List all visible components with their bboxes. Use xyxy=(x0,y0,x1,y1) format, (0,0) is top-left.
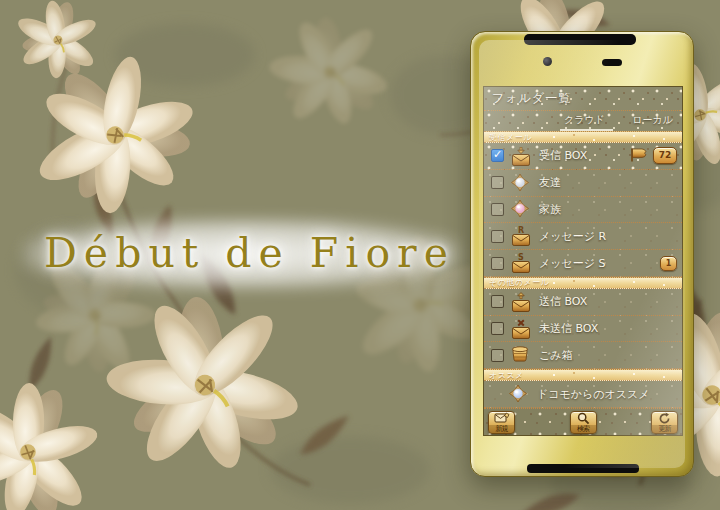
folder-label: ごみ箱 xyxy=(539,348,573,363)
folder-label: メッセージ R xyxy=(539,229,606,244)
trash-icon xyxy=(510,345,532,365)
section-label: その他のメール xyxy=(489,277,549,288)
section-label: オススメ xyxy=(489,370,524,381)
gem-blue-icon xyxy=(508,384,530,404)
folder-row-outbox[interactable]: 送信 BOX xyxy=(484,289,682,316)
svg-text:S: S xyxy=(518,253,524,262)
folder-label: メッセージ S xyxy=(539,256,606,271)
tab-row: クラウド ローカル xyxy=(484,111,682,131)
bottom-speaker-bar xyxy=(527,464,639,473)
search-icon xyxy=(577,412,590,425)
gem-white-icon xyxy=(510,173,532,193)
row-checkbox[interactable] xyxy=(491,257,504,270)
tab-local-label: ローカル xyxy=(632,114,673,125)
front-camera xyxy=(543,57,552,66)
envelope-s-icon: S xyxy=(510,253,532,273)
compose-label: 新規 xyxy=(489,425,514,433)
refresh-icon xyxy=(658,412,671,425)
folder-label: 家族 xyxy=(539,202,561,217)
folder-row-docomo-recommend[interactable]: ドコモからのオススメ xyxy=(484,381,682,408)
screen-title: フォルダ一覧 xyxy=(492,90,571,107)
row-checkbox[interactable] xyxy=(491,176,504,189)
folder-label: 未送信 BOX xyxy=(539,321,598,336)
folder-row-unsent[interactable]: 未送信 BOX xyxy=(484,316,682,343)
search-button[interactable]: 検索 xyxy=(570,411,597,434)
app-screen: フォルダ一覧 クラウド ローカル 受信メール xyxy=(483,86,683,436)
compose-icon xyxy=(494,412,510,425)
folder-label: 友達 xyxy=(539,175,561,190)
page-title: Début de Fiore xyxy=(44,229,455,277)
section-label: 受信メール xyxy=(489,132,532,143)
folder-row-friends[interactable]: 友達 xyxy=(484,170,682,197)
folder-label: 送信 BOX xyxy=(539,294,587,309)
unsent-envelope-icon xyxy=(510,319,532,339)
folder-row-trash[interactable]: ごみ箱 xyxy=(484,342,682,369)
row-checkbox[interactable] xyxy=(491,149,504,162)
envelope-r-icon: R xyxy=(510,226,532,246)
speaker-pill xyxy=(602,59,622,66)
tab-underline xyxy=(560,129,613,131)
section-received: 受信メール xyxy=(484,131,682,143)
row-checkbox[interactable] xyxy=(491,322,504,335)
section-other: その他のメール xyxy=(484,277,682,289)
screen-header: フォルダ一覧 xyxy=(484,87,682,111)
flag-icon xyxy=(629,146,648,166)
tab-cloud[interactable]: クラウド xyxy=(564,113,605,127)
phone-frame: フォルダ一覧 クラウド ローカル 受信メール xyxy=(470,31,694,477)
unread-badge: 72 xyxy=(653,147,677,164)
row-checkbox[interactable] xyxy=(491,295,504,308)
unread-badge: 1 xyxy=(660,256,677,271)
compose-button[interactable]: 新規 xyxy=(488,411,515,434)
svg-text:R: R xyxy=(518,226,524,235)
folder-label: 受信 BOX xyxy=(539,148,587,163)
row-checkbox[interactable] xyxy=(491,230,504,243)
folder-row-family[interactable]: 家族 xyxy=(484,197,682,224)
refresh-button[interactable]: 更新 xyxy=(651,411,678,434)
outbox-envelope-icon xyxy=(510,292,532,312)
earpiece-bar xyxy=(524,34,636,45)
folder-row-inbox[interactable]: 受信 BOX 72 xyxy=(484,143,682,170)
folder-row-message-r[interactable]: R メッセージ R xyxy=(484,223,682,250)
gem-pink-icon xyxy=(510,199,532,219)
search-label: 検索 xyxy=(571,425,596,433)
refresh-label: 更新 xyxy=(652,425,677,433)
row-checkbox[interactable] xyxy=(491,203,504,216)
folder-row-message-s[interactable]: S メッセージ S 1 xyxy=(484,250,682,277)
inbox-envelope-icon xyxy=(510,146,532,166)
row-checkbox[interactable] xyxy=(491,349,504,362)
section-recommend: オススメ xyxy=(484,369,682,381)
bottom-toolbar: 新規 検索 更新 xyxy=(484,408,682,435)
folder-label: ドコモからのオススメ xyxy=(537,387,650,402)
tab-local[interactable]: ローカル xyxy=(632,113,673,127)
tab-cloud-label: クラウド xyxy=(564,114,605,125)
